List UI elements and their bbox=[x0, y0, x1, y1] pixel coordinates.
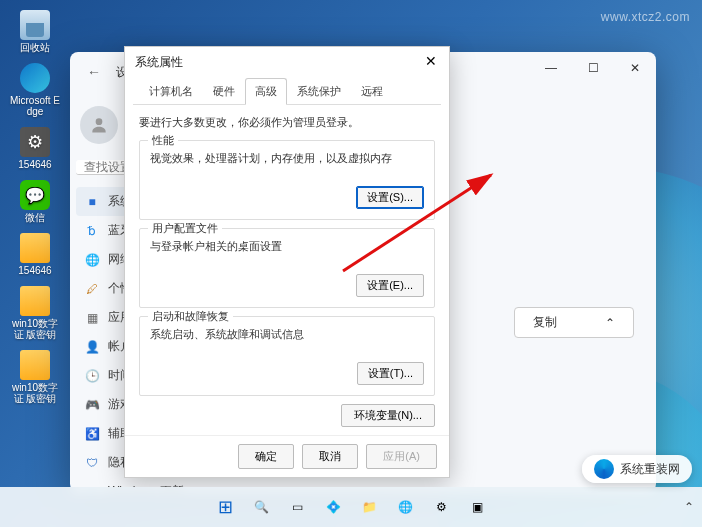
avatar bbox=[80, 106, 118, 144]
desktop-icon-label: win10数字证 版密钥 bbox=[8, 382, 62, 404]
folder-icon bbox=[20, 233, 50, 263]
copy-label: 复制 bbox=[533, 314, 557, 331]
maximize-button[interactable]: ☐ bbox=[572, 52, 614, 84]
dialog-close-button[interactable]: ✕ bbox=[417, 49, 445, 73]
system-properties-dialog: 系统属性 ✕ 计算机名硬件高级系统保护远程 要进行大多数更改，你必须作为管理员登… bbox=[124, 46, 450, 478]
desktop-icon[interactable]: win10数字证 版密钥 bbox=[6, 284, 64, 342]
settings-group: 启动和故障恢复系统启动、系统故障和调试信息设置(T)... bbox=[139, 316, 435, 396]
tab[interactable]: 高级 bbox=[245, 78, 287, 105]
chevron-up-icon[interactable]: ⌃ bbox=[684, 500, 694, 514]
desktop-icon-label: 微信 bbox=[25, 212, 45, 223]
tab[interactable]: 硬件 bbox=[203, 78, 245, 105]
watermark-url: www.xtcz2.com bbox=[601, 10, 690, 24]
group-settings-button[interactable]: 设置(S)... bbox=[356, 186, 424, 209]
gear-icon bbox=[20, 127, 50, 157]
desktop-icon[interactable]: 154646 bbox=[6, 231, 64, 278]
desktop-icons: 回收站Microsoft Edge154646微信154646win10数字证 … bbox=[6, 8, 64, 406]
group-title: 启动和故障恢复 bbox=[148, 309, 233, 324]
group-title: 性能 bbox=[148, 133, 178, 148]
nav-icon: 🕒 bbox=[84, 368, 100, 384]
watermark-text: 系统重装网 bbox=[620, 461, 680, 478]
group-settings-button[interactable]: 设置(T)... bbox=[357, 362, 424, 385]
desktop-icon[interactable]: win10数字证 版密钥 bbox=[6, 348, 64, 406]
nav-icon: ▦ bbox=[84, 310, 100, 326]
dialog-footer: 确定 取消 应用(A) bbox=[125, 435, 449, 477]
cancel-button[interactable]: 取消 bbox=[302, 444, 358, 469]
nav-icon: 🖊 bbox=[84, 281, 100, 297]
desktop-icon-label: 154646 bbox=[18, 265, 51, 276]
folder-icon bbox=[20, 286, 50, 316]
group-desc: 与登录帐户相关的桌面设置 bbox=[150, 239, 424, 254]
group-desc: 系统启动、系统故障和调试信息 bbox=[150, 327, 424, 342]
widgets-icon[interactable]: 💠 bbox=[318, 492, 348, 522]
ok-button[interactable]: 确定 bbox=[238, 444, 294, 469]
dialog-title: 系统属性 bbox=[125, 47, 449, 77]
tab[interactable]: 计算机名 bbox=[139, 78, 203, 105]
system-tray[interactable]: ⌃ bbox=[684, 500, 694, 514]
nav-icon: 🛡 bbox=[84, 455, 100, 471]
explorer-icon[interactable]: 📁 bbox=[354, 492, 384, 522]
search-icon[interactable]: 🔍 bbox=[246, 492, 276, 522]
group-desc: 视觉效果，处理器计划，内存使用，以及虚拟内存 bbox=[150, 151, 424, 166]
desktop-icon-label: 回收站 bbox=[20, 42, 50, 53]
taskbar: ⊞ 🔍 ▭ 💠 📁 🌐 ⚙ ▣ ⌃ bbox=[0, 487, 702, 527]
folder-icon bbox=[20, 350, 50, 380]
nav-icon: 👤 bbox=[84, 339, 100, 355]
nav-icon: ♿ bbox=[84, 426, 100, 442]
copy-button[interactable]: 复制 ⌃ bbox=[514, 307, 634, 338]
task-view-icon[interactable]: ▭ bbox=[282, 492, 312, 522]
recycle-icon bbox=[20, 10, 50, 40]
desktop-icon[interactable]: 微信 bbox=[6, 178, 64, 225]
minimize-button[interactable]: — bbox=[530, 52, 572, 84]
watermark-badge: 系统重装网 bbox=[582, 455, 692, 483]
tab[interactable]: 系统保护 bbox=[287, 78, 351, 105]
admin-note: 要进行大多数更改，你必须作为管理员登录。 bbox=[139, 115, 435, 130]
app-icon[interactable]: ▣ bbox=[462, 492, 492, 522]
group-settings-button[interactable]: 设置(E)... bbox=[356, 274, 424, 297]
dialog-tabs: 计算机名硬件高级系统保护远程 bbox=[133, 77, 441, 105]
nav-icon: 🎮 bbox=[84, 397, 100, 413]
edge-icon bbox=[20, 63, 50, 93]
wechat-icon bbox=[20, 180, 50, 210]
window-controls: — ☐ ✕ bbox=[530, 52, 656, 84]
svg-point-0 bbox=[96, 118, 103, 125]
desktop-icon[interactable]: Microsoft Edge bbox=[6, 61, 64, 119]
desktop-icon-label: 154646 bbox=[18, 159, 51, 170]
dialog-body: 要进行大多数更改，你必须作为管理员登录。 性能视觉效果，处理器计划，内存使用，以… bbox=[125, 105, 449, 435]
settings-group: 性能视觉效果，处理器计划，内存使用，以及虚拟内存设置(S)... bbox=[139, 140, 435, 220]
settings-icon[interactable]: ⚙ bbox=[426, 492, 456, 522]
nav-icon: ␢ bbox=[84, 223, 100, 239]
settings-group: 用户配置文件与登录帐户相关的桌面设置设置(E)... bbox=[139, 228, 435, 308]
start-button[interactable]: ⊞ bbox=[210, 492, 240, 522]
environment-variables-button[interactable]: 环境变量(N)... bbox=[341, 404, 435, 427]
edge-icon[interactable]: 🌐 bbox=[390, 492, 420, 522]
nav-icon: 🌐 bbox=[84, 252, 100, 268]
desktop-icon-label: Microsoft Edge bbox=[8, 95, 62, 117]
back-button[interactable]: ← bbox=[82, 60, 106, 84]
close-button[interactable]: ✕ bbox=[614, 52, 656, 84]
desktop-icon-label: win10数字证 版密钥 bbox=[8, 318, 62, 340]
desktop-icon[interactable]: 回收站 bbox=[6, 8, 64, 55]
apply-button[interactable]: 应用(A) bbox=[366, 444, 437, 469]
desktop-icon[interactable]: 154646 bbox=[6, 125, 64, 172]
watermark-logo-icon bbox=[594, 459, 614, 479]
nav-icon: ■ bbox=[84, 194, 100, 210]
chevron-up-icon: ⌃ bbox=[605, 316, 615, 330]
group-title: 用户配置文件 bbox=[148, 221, 222, 236]
tab[interactable]: 远程 bbox=[351, 78, 393, 105]
